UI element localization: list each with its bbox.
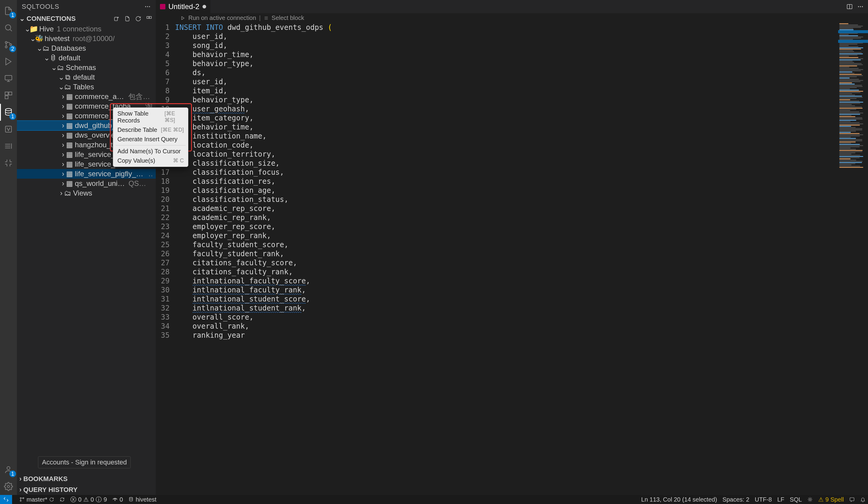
ab-search[interactable] bbox=[0, 19, 17, 36]
status-selection[interactable]: Ln 113, Col 20 (14 selected) bbox=[641, 496, 717, 503]
split-editor-icon[interactable] bbox=[846, 3, 853, 10]
table-row[interactable]: ›▦commerce_ali_e_commerce包含了2017… bbox=[17, 92, 156, 101]
ab-misc2[interactable] bbox=[0, 137, 17, 155]
svg-point-8 bbox=[6, 109, 11, 111]
table-icon: ▦ bbox=[66, 141, 73, 149]
table-row[interactable]: ›▦qs_world_university_rankingsQS世界大学… bbox=[17, 179, 156, 188]
ab-run[interactable] bbox=[0, 53, 17, 70]
svg-rect-7 bbox=[5, 96, 8, 99]
section-connections[interactable]: ⌄ CONNECTIONS bbox=[17, 13, 156, 24]
svg-point-21 bbox=[862, 6, 863, 7]
status-spaces[interactable]: Spaces: 2 bbox=[723, 496, 750, 503]
ab-misc3[interactable] bbox=[0, 155, 17, 172]
more-icon[interactable] bbox=[144, 3, 151, 10]
table-icon: ▦ bbox=[66, 169, 73, 178]
status-eol[interactable]: LF bbox=[777, 496, 784, 503]
table-icon: ▦ bbox=[66, 160, 73, 168]
svg-rect-15 bbox=[114, 17, 117, 21]
svg-point-22 bbox=[20, 498, 21, 499]
status-branch[interactable]: master* bbox=[19, 496, 54, 503]
cm-describe[interactable]: Describe Table [⌘E ⌘D] bbox=[113, 125, 188, 135]
svg-point-11 bbox=[7, 485, 10, 488]
editor-group: Untitled-2 Run on active connection | Se… bbox=[156, 0, 868, 495]
svg-rect-17 bbox=[149, 17, 152, 19]
svg-rect-28 bbox=[850, 498, 854, 501]
node-hive[interactable]: ⌄📁 Hive 1 connections bbox=[17, 24, 156, 34]
status-lang[interactable]: SQL bbox=[790, 496, 802, 503]
node-views[interactable]: ›🗂 Views bbox=[17, 188, 156, 198]
codelens: Run on active connection | Select block bbox=[156, 13, 868, 23]
table-icon: ▦ bbox=[66, 179, 73, 188]
svg-point-10 bbox=[7, 466, 10, 470]
minimap[interactable] bbox=[838, 23, 868, 495]
ab-scm[interactable]: 2 bbox=[0, 36, 17, 53]
ab-explorer[interactable]: 1 bbox=[0, 2, 17, 19]
status-connection[interactable]: hivetest bbox=[128, 496, 156, 503]
new-sql-icon[interactable] bbox=[123, 14, 132, 23]
status-bell-icon[interactable] bbox=[860, 497, 866, 502]
editor[interactable]: 1INSERT INTO dwd_github_events_odps (2 u… bbox=[156, 23, 838, 495]
node-hivetest[interactable]: ⌄🐝 hivetest root@10000/ bbox=[17, 34, 156, 43]
codelens-select[interactable]: Select block bbox=[272, 14, 304, 21]
connection-icon: 🐝 bbox=[35, 34, 43, 43]
sql-file-icon bbox=[160, 4, 165, 9]
svg-rect-4 bbox=[5, 75, 12, 80]
status-encoding[interactable]: UTF-8 bbox=[755, 496, 772, 503]
svg-point-3 bbox=[10, 44, 11, 45]
status-prettier-icon[interactable] bbox=[807, 497, 813, 502]
node-db-default[interactable]: ⌄🛢 default bbox=[17, 53, 156, 63]
status-spell[interactable]: ⚠9 Spell bbox=[818, 496, 844, 503]
schema-icon: ⧉ bbox=[64, 73, 71, 82]
folder-icon: 🗂 bbox=[64, 83, 71, 91]
status-bar: master* ⓧ0 ⚠0 ⓘ9 0 hivetest Ln 113, Col … bbox=[0, 495, 868, 504]
ab-accounts[interactable]: 1 bbox=[0, 461, 17, 478]
table-icon: ▦ bbox=[66, 112, 73, 120]
badge: 1 bbox=[9, 12, 16, 18]
more-icon[interactable] bbox=[857, 3, 864, 10]
db-icon: 🛢 bbox=[50, 54, 57, 62]
table-icon: ▦ bbox=[66, 131, 73, 140]
refresh-icon[interactable] bbox=[134, 14, 143, 23]
svg-point-27 bbox=[809, 498, 811, 500]
ab-sqltools[interactable]: 1 bbox=[0, 104, 17, 121]
section-bookmarks[interactable]: › BOOKMARKS bbox=[17, 473, 156, 484]
ab-misc1[interactable] bbox=[0, 121, 17, 137]
ab-settings[interactable] bbox=[0, 478, 17, 495]
status-problems[interactable]: ⓧ0 ⚠0 ⓘ9 bbox=[70, 495, 107, 504]
node-schema-default[interactable]: ⌄⧉ default bbox=[17, 72, 156, 82]
status-sync-icon[interactable] bbox=[60, 497, 65, 502]
folder-icon: 🗂 bbox=[57, 63, 64, 72]
svg-point-20 bbox=[860, 6, 861, 7]
new-conn-icon[interactable] bbox=[112, 14, 121, 23]
svg-point-13 bbox=[147, 6, 148, 7]
dirty-dot-icon bbox=[203, 5, 206, 9]
tab-untitled[interactable]: Untitled-2 bbox=[156, 0, 211, 13]
node-schemas[interactable]: ⌄🗂 Schemas bbox=[17, 63, 156, 72]
svg-point-26 bbox=[130, 497, 133, 498]
cm-gen-insert[interactable]: Generate Insert Query bbox=[113, 135, 188, 144]
status-feedback-icon[interactable] bbox=[849, 497, 855, 502]
cm-copy-values[interactable]: Copy Value(s) ⌘ C bbox=[113, 156, 188, 165]
cm-show-records[interactable]: Show Table Records [⌘E ⌘S] bbox=[113, 109, 188, 125]
play-icon[interactable] bbox=[180, 16, 185, 21]
node-tables[interactable]: ⌄🗂 Tables bbox=[17, 82, 156, 92]
activity-bar: 1 2 1 1 bbox=[0, 0, 17, 495]
collapse-icon[interactable] bbox=[145, 14, 153, 23]
badge: 1 bbox=[9, 471, 16, 477]
list-icon bbox=[264, 16, 269, 21]
ab-extensions[interactable] bbox=[0, 87, 17, 104]
remote-indicator[interactable] bbox=[0, 495, 12, 504]
codelens-run[interactable]: Run on active connection bbox=[188, 14, 256, 21]
sidebar-title: SQLTOOLS bbox=[22, 3, 60, 11]
status-ports[interactable]: 0 bbox=[112, 496, 123, 503]
table-icon: ▦ bbox=[66, 102, 73, 111]
section-query-history[interactable]: › QUERY HISTORY bbox=[17, 484, 156, 495]
table-row[interactable]: ›▦life_service_pigfly_user_profile… bbox=[17, 169, 156, 179]
node-databases[interactable]: ⌄🗂 Databases bbox=[17, 43, 156, 53]
ab-remote[interactable] bbox=[0, 70, 17, 87]
connections-tree: ⌄📁 Hive 1 connections ⌄🐝 hivetest root@1… bbox=[17, 24, 156, 473]
badge: 2 bbox=[9, 45, 16, 52]
cm-add-cursor[interactable]: Add Name(s) To Cursor bbox=[113, 147, 188, 156]
sidebar: SQLTOOLS ⌄ CONNECTIONS ⌄📁 Hive 1 connect… bbox=[17, 0, 156, 495]
badge: 1 bbox=[9, 113, 16, 120]
